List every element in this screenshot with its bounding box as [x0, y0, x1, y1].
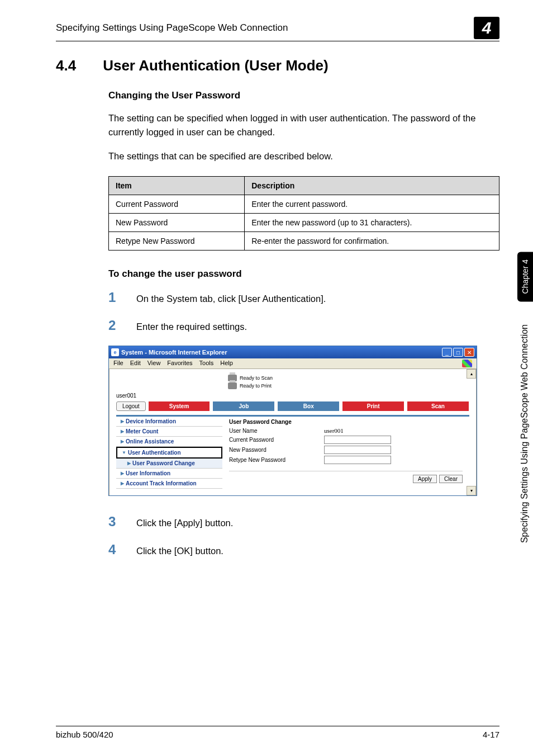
settings-table: Item Description Current Password Enter … [108, 176, 499, 251]
sidebar: ▶Device Information ▶Meter Count ▶Online… [116, 417, 222, 489]
arrow-right-icon: ▶ [127, 461, 131, 466]
tab-box[interactable]: Box [277, 401, 340, 412]
menu-favorites[interactable]: Favorites [167, 360, 192, 367]
menu-file[interactable]: File [113, 360, 123, 367]
table-header-desc: Description [245, 177, 499, 195]
arrow-right-icon: ▶ [121, 471, 124, 476]
side-text: Specifying Settings Using PageScope Web … [520, 324, 530, 543]
form-title: User Password Change [229, 419, 463, 425]
paragraph: The settings that can be specified are d… [108, 149, 499, 163]
screenshot: e System - Microsoft Internet Explorer _… [108, 346, 499, 496]
table-row: Retype New Password Re-enter the passwor… [109, 232, 499, 251]
user-label: user001 [110, 393, 476, 401]
windows-flag-icon [462, 360, 472, 367]
arrow-right-icon: ▶ [121, 481, 124, 486]
minimize-button[interactable]: _ [442, 348, 452, 357]
arrow-right-icon: ▶ [121, 439, 124, 444]
new-password-label: New Password [229, 447, 324, 453]
status-print: Ready to Print [240, 383, 272, 389]
scroll-up-button[interactable]: ▴ [467, 369, 476, 379]
subsection-title: To change the user password [108, 268, 499, 280]
window-titlebar: e System - Microsoft Internet Explorer _… [109, 346, 477, 358]
status-scan: Ready to Scan [240, 375, 273, 381]
menu-edit[interactable]: Edit [130, 360, 141, 367]
table-row: New Password Enter the new password (up … [109, 214, 499, 232]
paragraph: The setting can be specified when logged… [108, 111, 499, 139]
footer-product: bizhub 500/420 [56, 730, 113, 739]
header-text: Specifying Settings Using PageScope Web … [56, 22, 288, 34]
maximize-button[interactable]: □ [453, 348, 463, 357]
tab-job[interactable]: Job [212, 401, 275, 412]
menu-view[interactable]: View [147, 360, 161, 367]
sidebar-item-account[interactable]: ▶Account Track Information [116, 479, 222, 489]
new-password-input[interactable] [324, 446, 391, 454]
current-password-input[interactable] [324, 436, 391, 444]
step-3: 3 Click the [Apply] button. [108, 514, 499, 530]
form-area: User Password Change User Name user001 C… [222, 417, 469, 489]
window-title: System - Microsoft Internet Explorer [121, 349, 227, 356]
table-row: Current Password Enter the current passw… [109, 195, 499, 214]
footer-page: 4-17 [483, 730, 499, 739]
tab-system[interactable]: System [148, 401, 211, 412]
step-2: 2 Enter the required settings. [108, 318, 499, 333]
tab-scan[interactable]: Scan [407, 401, 469, 412]
menu-help[interactable]: Help [220, 360, 233, 367]
page-footer: bizhub 500/420 4-17 [56, 726, 499, 739]
section-number: 4.4 [56, 57, 76, 74]
page-header: Specifying Settings Using PageScope Web … [56, 17, 499, 41]
side-chapter-tab: Chapter 4 [517, 252, 533, 301]
printer-icon [228, 382, 237, 389]
sidebar-item-online[interactable]: ▶Online Assistance [116, 437, 222, 447]
menubar: File Edit View Favorites Tools Help [109, 358, 477, 369]
section-title: 4.4 User Authentication (User Mode) [56, 57, 499, 74]
section-heading: User Authentication (User Mode) [103, 57, 329, 74]
retype-password-label: Retype New Password [229, 457, 324, 463]
close-button[interactable]: ✕ [464, 348, 474, 357]
tab-print[interactable]: Print [342, 401, 404, 412]
clear-button[interactable]: Clear [439, 475, 463, 483]
arrow-right-icon: ▶ [121, 419, 124, 424]
logout-button[interactable]: Logout [116, 401, 146, 411]
retype-password-input[interactable] [324, 456, 391, 464]
sidebar-item-pwchange[interactable]: ▶User Password Change [116, 459, 222, 469]
sidebar-item-userinfo[interactable]: ▶User Information [116, 469, 222, 479]
apply-button[interactable]: Apply [413, 475, 437, 483]
arrow-right-icon: ▶ [121, 429, 124, 434]
subsection-title: Changing the User Password [108, 90, 499, 101]
chapter-badge: 4 [474, 17, 499, 39]
sidebar-item-device[interactable]: ▶Device Information [116, 417, 222, 427]
sidebar-item-meter[interactable]: ▶Meter Count [116, 427, 222, 437]
username-value: user001 [324, 427, 344, 434]
ie-icon: e [111, 348, 119, 356]
step-1: 1 On the System tab, click [User Authent… [108, 290, 499, 305]
table-header-item: Item [109, 177, 245, 195]
sidebar-item-userauth[interactable]: ▼User Authentication [116, 447, 222, 459]
arrow-down-icon: ▼ [122, 450, 126, 455]
scroll-down-button[interactable]: ▾ [467, 486, 476, 495]
username-label: User Name [229, 428, 324, 434]
current-password-label: Current Password [229, 437, 324, 443]
menu-tools[interactable]: Tools [199, 360, 214, 367]
step-4: 4 Click the [OK] button. [108, 542, 499, 557]
